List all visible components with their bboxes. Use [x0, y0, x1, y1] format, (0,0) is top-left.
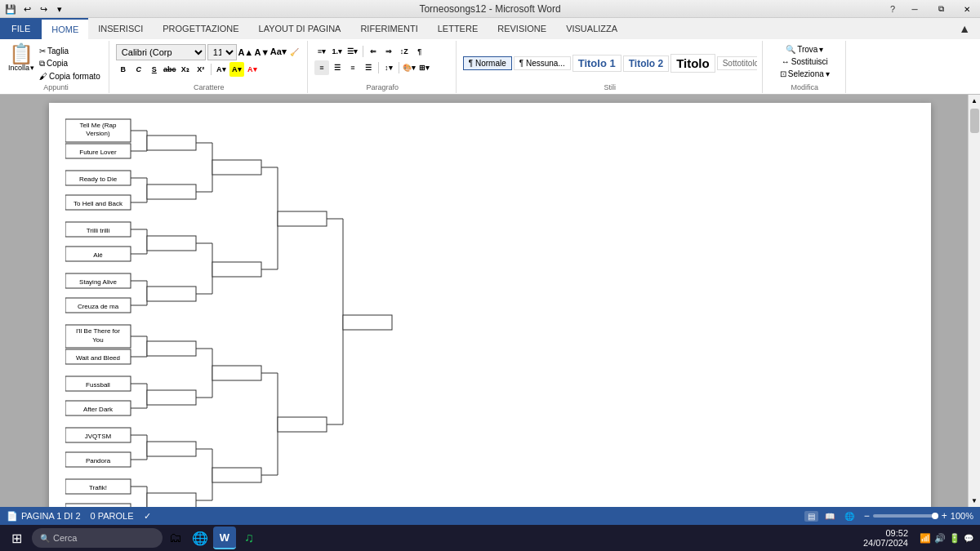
- statusbar-right: ▤ 📖 🌐 − + 100%: [804, 510, 973, 522]
- word-icon[interactable]: W: [213, 527, 236, 549]
- modifica-label: Modifica: [791, 83, 819, 93]
- svg-text:After Dark: After Dark: [83, 406, 114, 413]
- tab-visualizza[interactable]: VISUALIZZA: [556, 18, 627, 39]
- change-case-button[interactable]: Aa▾: [271, 45, 286, 60]
- sort-button[interactable]: ↕Z: [397, 44, 412, 59]
- decrease-indent-button[interactable]: ⇐: [366, 44, 381, 59]
- increase-indent-button[interactable]: ⇒: [381, 44, 396, 59]
- network-icon: 📶: [920, 533, 931, 544]
- tab-inserisci[interactable]: INSERISCI: [88, 18, 153, 39]
- svg-text:You: You: [92, 336, 104, 344]
- italic-button[interactable]: C: [131, 62, 146, 77]
- quick-access-toolbar: 💾 ↩ ↪ ▾: [3, 0, 67, 18]
- modifica-group: 🔍 Trova ▾ ↔ Sostituisci ⊡ Seleziona ▾ Mo…: [764, 41, 846, 93]
- zoom-out-button[interactable]: −: [864, 510, 870, 522]
- numbering-button[interactable]: 1.▾: [330, 44, 345, 59]
- svg-rect-73: [212, 262, 261, 277]
- font-size-select[interactable]: 11: [207, 44, 237, 60]
- restore-button[interactable]: ⧉: [928, 0, 954, 18]
- print-layout-button[interactable]: ▤: [804, 511, 818, 522]
- start-button[interactable]: ⊞: [3, 527, 30, 549]
- svg-rect-45: [147, 236, 196, 251]
- font-family-select[interactable]: Calibri (Corp: [116, 44, 206, 60]
- document-area: Tell Me (Rap Version) Future Lover Ready…: [0, 95, 980, 507]
- scroll-down-button[interactable]: ▼: [969, 495, 981, 507]
- taskbar-search-box[interactable]: 🔍 Cerca: [32, 528, 163, 548]
- highlight-button[interactable]: A▾: [229, 62, 244, 77]
- spotify-icon[interactable]: ♫: [238, 527, 261, 549]
- bold-button[interactable]: B: [116, 62, 131, 77]
- strikethrough-button[interactable]: abc: [163, 62, 177, 77]
- paragraph-group: ≡▾ 1.▾ ☰▾ ⇐ ⇒ ↕Z ¶ ≡ ☰ ≡ ☰ ↕▾: [310, 41, 457, 93]
- replace-button[interactable]: ↔ Sostituisci: [778, 56, 831, 67]
- align-center-button[interactable]: ☰: [330, 60, 345, 75]
- grow-font-button[interactable]: A▲: [238, 45, 253, 60]
- zoom-thumb: [932, 513, 938, 519]
- borders-button[interactable]: ⊞▾: [417, 60, 432, 75]
- read-mode-button[interactable]: 📖: [822, 511, 838, 522]
- paste-icon: 📋: [9, 44, 33, 64]
- minimize-button[interactable]: ─: [902, 0, 928, 18]
- tab-file[interactable]: FILE: [0, 18, 42, 39]
- style-titolo2[interactable]: Titolo 2: [623, 56, 669, 72]
- multilevel-button[interactable]: ☰▾: [345, 44, 360, 59]
- redo-button[interactable]: ↪: [36, 2, 51, 16]
- shrink-font-button[interactable]: A▼: [255, 45, 270, 60]
- style-sottotitolo[interactable]: Sottotitolo: [717, 56, 757, 70]
- zoom-control: − + 100%: [864, 510, 973, 522]
- subscript-button[interactable]: X₂: [178, 62, 193, 77]
- scroll-up-button[interactable]: ▲: [969, 95, 981, 107]
- scroll-thumb[interactable]: [970, 109, 979, 133]
- style-nessuna[interactable]: ¶ Nessuna...: [514, 56, 571, 70]
- find-button[interactable]: 🔍 Trova ▾: [782, 44, 826, 55]
- ribbon-expand-button[interactable]: ▲: [949, 18, 980, 39]
- style-normal[interactable]: ¶ Normale: [463, 56, 512, 70]
- show-formatting-button[interactable]: ¶: [412, 44, 427, 59]
- align-left-button[interactable]: ≡: [314, 60, 329, 75]
- close-button[interactable]: ✕: [954, 0, 980, 18]
- align-right-button[interactable]: ≡: [345, 60, 360, 75]
- check-icon: ✓: [144, 511, 151, 522]
- font-color-button[interactable]: A▾: [214, 62, 229, 77]
- tab-home[interactable]: HOME: [42, 18, 88, 39]
- style-titolo[interactable]: Titolo: [670, 54, 715, 73]
- justify-button[interactable]: ☰: [361, 60, 376, 75]
- tab-riferimenti[interactable]: RIFERIMENTI: [350, 18, 427, 39]
- bullets-button[interactable]: ≡▾: [314, 44, 329, 59]
- vertical-scrollbar[interactable]: ▲ ▼: [968, 95, 980, 507]
- document-page[interactable]: Tell Me (Rap Version) Future Lover Ready…: [49, 103, 931, 507]
- file-explorer-icon[interactable]: 🗂: [164, 527, 187, 549]
- search-icon: 🔍: [40, 534, 50, 543]
- clear-format-button[interactable]: 🧹: [287, 45, 302, 60]
- web-layout-button[interactable]: 🌐: [841, 511, 858, 522]
- binoculars-icon: 🔍: [786, 45, 795, 54]
- paste-button[interactable]: 📋 Incolla ▾: [8, 44, 34, 72]
- svg-text:Version): Version): [86, 130, 110, 137]
- chrome-icon[interactable]: 🌐: [189, 527, 212, 549]
- text-color-button[interactable]: A▾: [245, 62, 260, 77]
- tab-lettere[interactable]: LETTERE: [428, 18, 488, 39]
- tab-layout[interactable]: LAYOUT DI PAGINA: [249, 18, 351, 39]
- line-spacing-button[interactable]: ↕▾: [381, 60, 396, 75]
- copy-button[interactable]: ⧉ Copia: [36, 58, 104, 69]
- tab-revisione[interactable]: REVISIONE: [488, 18, 556, 39]
- svg-rect-65: [147, 493, 196, 507]
- shading-button[interactable]: 🎨▾: [402, 60, 416, 75]
- zoom-in-button[interactable]: +: [942, 510, 947, 522]
- styles-group: ¶ Normale ¶ Nessuna... Titolo 1 Titolo 2…: [458, 41, 763, 93]
- svg-text:Tell Me (Rap: Tell Me (Rap: [80, 122, 117, 129]
- cut-button[interactable]: ✂ Taglia: [36, 46, 104, 56]
- style-titolo1[interactable]: Titolo 1: [572, 55, 621, 72]
- font-format-row: B C S abc X₂ X² A▾ A▾ A▾: [116, 62, 260, 77]
- save-button[interactable]: 💾: [3, 2, 18, 16]
- superscript-button[interactable]: X²: [194, 62, 208, 77]
- svg-text:Creuza de ma: Creuza de ma: [78, 303, 119, 310]
- format-painter-button[interactable]: 🖌 Copia formato: [36, 71, 104, 82]
- select-button[interactable]: ⊡ Seleziona ▾: [777, 69, 833, 79]
- tab-progettazione[interactable]: PROGETTAZIONE: [153, 18, 248, 39]
- undo-button[interactable]: ↩: [20, 2, 34, 16]
- clipboard-small-buttons: ✂ Taglia ⧉ Copia 🖌 Copia formato: [36, 46, 104, 82]
- zoom-slider[interactable]: [873, 514, 938, 518]
- underline-button[interactable]: S: [147, 62, 162, 77]
- customize-qa-button[interactable]: ▾: [52, 2, 67, 16]
